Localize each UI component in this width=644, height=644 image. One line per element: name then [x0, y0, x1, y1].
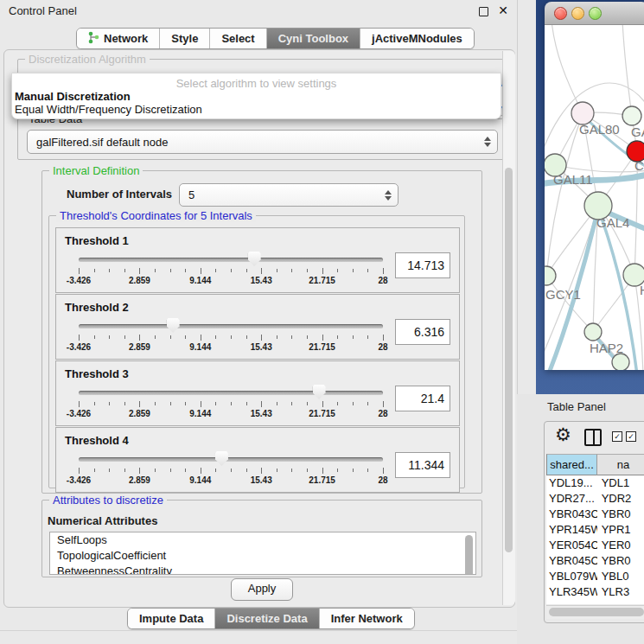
columns-icon[interactable]: [584, 429, 602, 446]
network-node[interactable]: [612, 354, 629, 370]
traffic-light-zoom-icon[interactable]: [589, 7, 602, 20]
table-cell[interactable]: YER0: [597, 538, 644, 553]
gear-icon[interactable]: ⚙: [555, 424, 571, 445]
table-row[interactable]: YER054CYER0: [546, 538, 644, 553]
table-cell[interactable]: YPR145W: [546, 522, 597, 538]
slider-thumb[interactable]: [215, 451, 228, 466]
table-row[interactable]: YDL19...YDL1: [546, 475, 644, 491]
network-graph[interactable]: GAL80GACGAL11GAL4GCY1HHAP2: [545, 25, 644, 370]
table-cell[interactable]: YER054C: [546, 538, 597, 553]
tab-style[interactable]: Style: [160, 29, 210, 48]
dropdown-option-manual-discretization[interactable]: Manual Discretization: [15, 90, 131, 103]
list-item-betweennesscentrality[interactable]: BetweennessCentrality: [50, 564, 475, 575]
algorithm-dropdown-popup: Select algorithm to view settings Manual…: [11, 73, 501, 119]
scrollbar-thumb[interactable]: [549, 608, 644, 616]
table-header-row: shared...na: [546, 454, 644, 475]
threshold-value-field[interactable]: 21.4: [395, 386, 450, 411]
table-row[interactable]: YBR045CYBR0: [546, 553, 644, 569]
checkbox-icon[interactable]: ✓: [612, 431, 622, 442]
control-panel: Control Panel ✕ NetworkStyleSelectCyni T…: [0, 0, 518, 644]
threshold-value-field[interactable]: 11.344: [395, 452, 450, 478]
table-row[interactable]: YIL052CYIL0: [546, 600, 644, 603]
threshold-panel-4: Threshold 4-3.4262.8599.14415.4321.71528…: [55, 427, 460, 493]
tick-mark: [215, 469, 216, 472]
table-cell[interactable]: YDR2: [597, 491, 644, 507]
table-cell[interactable]: YBL079W: [546, 569, 597, 584]
table-row[interactable]: YDR27...YDR2: [546, 491, 644, 507]
threshold-value-field[interactable]: 14.713: [395, 252, 450, 278]
table-cell[interactable]: YBR045C: [546, 553, 597, 569]
table-hscrollbar[interactable]: [546, 605, 644, 619]
list-scrollbar[interactable]: [465, 535, 473, 575]
table-row[interactable]: YPR145WYPR1: [546, 522, 644, 538]
slider-track[interactable]: [79, 391, 383, 395]
table-cell[interactable]: YIL052C: [546, 600, 597, 603]
network-node-gcy1[interactable]: [545, 266, 556, 285]
node-label: HAP2: [590, 341, 623, 355]
slider-track[interactable]: [79, 324, 383, 328]
dropdown-option-equal-width-frequency[interactable]: Equal Width/Frequency Discretization: [15, 103, 202, 116]
table-panel-box: ⚙ ✓ ✓ shared...na YDL19...YDL1YDR27...YD…: [544, 421, 644, 623]
threshold-slider[interactable]: -3.4262.8599.14415.4321.71528: [79, 251, 383, 287]
threshold-slider[interactable]: -3.4262.8599.14415.4321.71528: [79, 450, 383, 487]
number-of-intervals-combobox[interactable]: 5: [179, 183, 399, 207]
list-item-topologicalcoefficient[interactable]: TopologicalCoefficient: [50, 548, 475, 564]
tick-mark: [322, 401, 323, 407]
threshold-slider[interactable]: -3.4262.8599.14415.4321.71528: [79, 317, 383, 354]
stepper-icon[interactable]: [484, 137, 491, 147]
tick-mark: [109, 402, 110, 405]
table-cell[interactable]: YBL0: [597, 569, 644, 584]
table-cell[interactable]: YDL1: [597, 475, 644, 491]
tab-discretize-data[interactable]: Discretize Data: [215, 609, 319, 628]
tick-mark: [307, 269, 308, 272]
table-cell[interactable]: YDL19...: [546, 475, 597, 491]
network-canvas[interactable]: GAL80GACGAL11GAL4GCY1HHAP2: [545, 25, 644, 370]
tab-infer-network[interactable]: Infer Network: [320, 609, 414, 628]
content-scrollbar[interactable]: [502, 51, 515, 605]
slider-thumb[interactable]: [313, 385, 326, 399]
network-window-titlebar[interactable]: [545, 2, 644, 25]
apply-button[interactable]: Apply: [231, 578, 293, 601]
float-window-icon[interactable]: [479, 7, 488, 16]
tab-network[interactable]: Network: [77, 29, 160, 48]
column-header-shared[interactable]: shared...: [546, 454, 597, 475]
table-cell[interactable]: YBR0: [597, 507, 644, 522]
list-item-selfloops[interactable]: SelfLoops: [50, 532, 475, 548]
slider-track[interactable]: [79, 258, 383, 262]
table-row[interactable]: YLR345WYLR3: [546, 584, 644, 600]
checkbox-icon[interactable]: ✓: [626, 431, 636, 442]
table-cell[interactable]: YLR345W: [546, 584, 597, 600]
table-cell[interactable]: YBR043C: [546, 507, 597, 522]
table-cell[interactable]: YIL0: [597, 600, 644, 603]
tab-impute-data[interactable]: Impute Data: [128, 609, 215, 628]
tab-select[interactable]: Select: [210, 29, 266, 48]
threshold-value-field[interactable]: 6.316: [395, 319, 450, 345]
table-cell[interactable]: YDR27...: [546, 491, 597, 507]
table-row[interactable]: YBL079WYBL0: [546, 569, 644, 584]
slider-track[interactable]: [79, 457, 383, 462]
slider-thumb[interactable]: [167, 318, 180, 333]
traffic-light-close-icon[interactable]: [554, 7, 567, 20]
interval-definition-group: Interval Definition Number of Intervals …: [41, 170, 482, 494]
slider-thumb[interactable]: [248, 252, 261, 266]
numerical-attributes-list[interactable]: SelfLoopsTopologicalCoefficientBetweenne…: [49, 532, 476, 575]
column-header-na[interactable]: na: [597, 454, 644, 475]
network-node-hap2[interactable]: [584, 323, 602, 341]
network-node-ga[interactable]: [622, 106, 641, 125]
table-data-combobox[interactable]: galFiltered.sif default node: [27, 130, 498, 154]
tab-cyni-toolbox[interactable]: Cyni Toolbox: [267, 29, 360, 48]
scrollbar-thumb[interactable]: [505, 168, 513, 552]
tab-label: Select: [221, 32, 254, 45]
tick-mark: [201, 468, 201, 474]
table-cell[interactable]: YBR0: [597, 553, 644, 569]
node-label: GAL4: [596, 215, 629, 230]
threshold-slider[interactable]: -3.4262.8599.14415.4321.71528: [79, 384, 383, 420]
stepper-icon[interactable]: [385, 190, 392, 201]
table-cell[interactable]: YLR3: [597, 584, 644, 600]
table-cell[interactable]: YPR1: [597, 522, 644, 538]
close-icon[interactable]: ✕: [498, 3, 508, 17]
tab-jactivemnodules[interactable]: jActiveMNodules: [360, 29, 474, 48]
traffic-light-minimize-icon[interactable]: [571, 7, 584, 20]
tick-mark: [246, 469, 247, 472]
table-row[interactable]: YBR043CYBR0: [546, 507, 644, 522]
